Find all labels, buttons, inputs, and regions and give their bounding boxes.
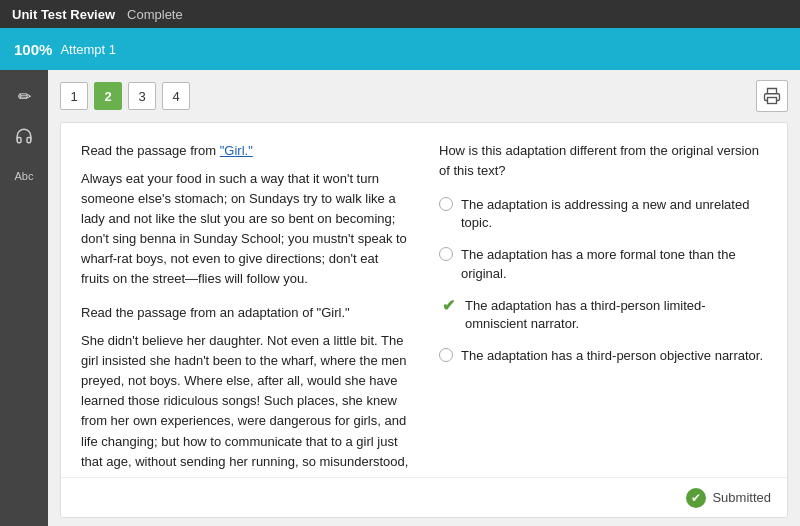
answer-text-b: The adaptation has a more formal tone th… — [461, 246, 767, 282]
page-title: Unit Test Review — [12, 7, 115, 22]
question-btn-2[interactable]: 2 — [94, 82, 122, 110]
passage-title-link[interactable]: "Girl." — [220, 143, 253, 158]
abc-icon[interactable]: Abc — [8, 160, 40, 192]
submitted-badge: ✔ Submitted — [686, 488, 771, 508]
passage-column: Read the passage from "Girl." Always eat… — [81, 141, 409, 459]
content-area: 1 2 3 4 Read the passage from "Girl." — [48, 70, 800, 526]
submitted-label: Submitted — [712, 490, 771, 505]
answer-option-b[interactable]: The adaptation has a more formal tone th… — [439, 246, 767, 282]
passage-text-1: Always eat your food in such a way that … — [81, 169, 409, 290]
svg-rect-0 — [768, 98, 777, 104]
question-nav: 1 2 3 4 — [60, 80, 788, 112]
pencil-icon[interactable]: ✏ — [8, 80, 40, 112]
score-label: 100% — [14, 41, 52, 58]
headphone-icon[interactable] — [8, 120, 40, 152]
top-bar: Unit Test Review Complete — [0, 0, 800, 28]
attempt-label: Attempt 1 — [60, 42, 116, 57]
radio-d[interactable] — [439, 348, 453, 362]
panel-footer: ✔ Submitted — [61, 477, 787, 517]
answer-text-a: The adaptation is addressing a new and u… — [461, 196, 767, 232]
passage-text-2: She didn't believe her daughter. Not eve… — [81, 331, 409, 477]
passage-intro: Read the passage from — [81, 143, 220, 158]
answer-option-d[interactable]: The adaptation has a third-person object… — [439, 347, 767, 365]
question-btn-1[interactable]: 1 — [60, 82, 88, 110]
question-btn-3[interactable]: 3 — [128, 82, 156, 110]
passage-adaptation-label: Read the passage from an adaptation of "… — [81, 303, 409, 323]
radio-a[interactable] — [439, 197, 453, 211]
answer-text-c: The adaptation has a third-person limite… — [465, 297, 767, 333]
status-badge: Complete — [127, 7, 183, 22]
main-layout: ✏ Abc 1 2 3 4 — [0, 70, 800, 526]
question-column: How is this adaptation different from th… — [439, 141, 767, 459]
answer-option-c[interactable]: ✔ The adaptation has a third-person limi… — [439, 297, 767, 333]
answer-options: The adaptation is addressing a new and u… — [439, 196, 767, 365]
submitted-check-icon: ✔ — [686, 488, 706, 508]
passage-title: Read the passage from "Girl." — [81, 141, 409, 161]
left-sidebar: ✏ Abc — [0, 70, 48, 526]
question-btn-4[interactable]: 4 — [162, 82, 190, 110]
answer-option-a[interactable]: The adaptation is addressing a new and u… — [439, 196, 767, 232]
radio-b[interactable] — [439, 247, 453, 261]
progress-bar: 100% Attempt 1 — [0, 28, 800, 70]
question-text: How is this adaptation different from th… — [439, 141, 767, 180]
checkmark-c: ✔ — [439, 297, 457, 315]
question-content: Read the passage from "Girl." Always eat… — [61, 123, 787, 477]
answer-text-d: The adaptation has a third-person object… — [461, 347, 763, 365]
print-button[interactable] — [756, 80, 788, 112]
question-panel: Read the passage from "Girl." Always eat… — [60, 122, 788, 518]
